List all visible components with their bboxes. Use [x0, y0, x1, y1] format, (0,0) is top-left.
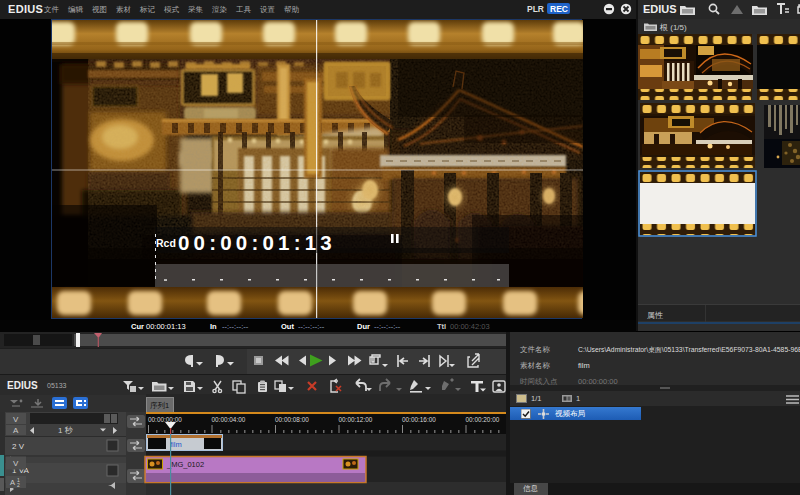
svg-text:00:00:12:00: 00:00:12:00: [339, 416, 373, 423]
svg-text:00:00:04:00: 00:00:04:00: [212, 416, 246, 423]
svg-text:_MG_0102: _MG_0102: [166, 460, 204, 469]
svg-text:00:00:16:00: 00:00:16:00: [402, 416, 436, 423]
svg-text:V: V: [13, 459, 19, 468]
svg-text:00:00:20:00: 00:00:20:00: [466, 416, 500, 423]
svg-text:A: A: [10, 478, 15, 487]
svg-text:A: A: [13, 426, 19, 435]
svg-text:00:00:00:00: 00:00:00:00: [148, 416, 182, 423]
svg-text:2 V: 2 V: [12, 442, 25, 451]
svg-text:2: 2: [17, 482, 20, 488]
svg-text:film: film: [170, 440, 182, 449]
svg-text:Rcd: Rcd: [156, 237, 176, 249]
svg-text:1 秒: 1 秒: [58, 426, 73, 435]
svg-text:00:00:01:13: 00:00:01:13: [178, 231, 336, 254]
svg-text:V: V: [13, 415, 19, 424]
svg-text:00:00:08:00: 00:00:08:00: [275, 416, 309, 423]
